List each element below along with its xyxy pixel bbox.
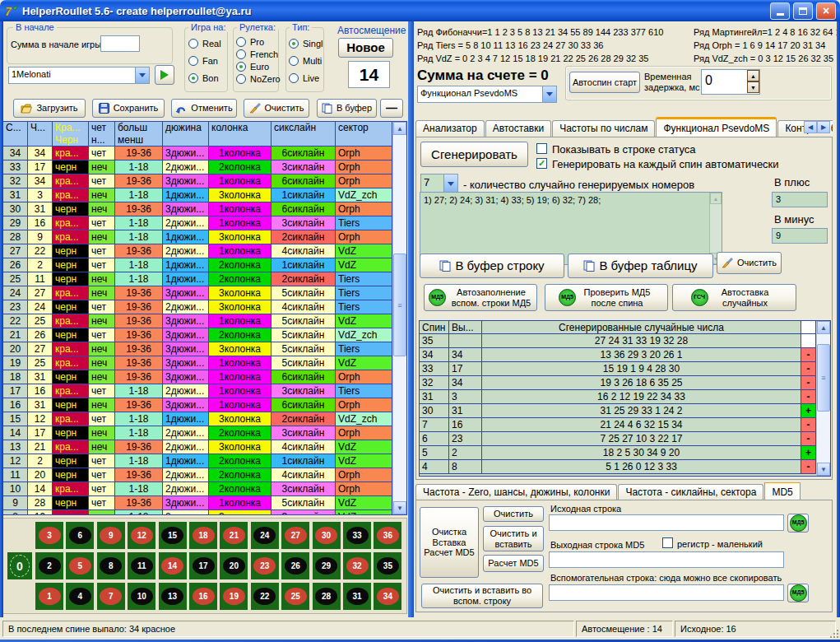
radio-option-Fan[interactable]: Fan [188, 56, 221, 66]
count-combo[interactable]: 7 [420, 174, 458, 193]
radio-icon[interactable] [289, 56, 299, 66]
undo-button[interactable]: Отменить [171, 99, 237, 118]
history-row[interactable]: 1512кра...чет1-181дюжи...3колонка2сиклай… [3, 412, 392, 426]
history-header-cell[interactable]: С... [3, 122, 28, 147]
profile-combo-dropdown[interactable] [135, 67, 149, 83]
gen-header-out[interactable]: Вы... [449, 321, 482, 334]
history-row[interactable]: 2225кра...неч19-363дюжи...1колонка5сикла… [3, 314, 392, 328]
delay-spinner[interactable]: 0 ▲ ▼ [701, 69, 760, 95]
history-header-cell[interactable]: Ч... [28, 122, 53, 147]
scroll-up-icon[interactable]: ▲ [393, 122, 406, 135]
radio-icon[interactable] [236, 74, 246, 84]
gen-row[interactable]: 303131 25 29 33 1 24 2+ [420, 404, 816, 418]
maximize-button[interactable] [793, 2, 813, 20]
autofill-md5-button[interactable]: МД5 Автозаполнение вспом. строки МД5 [424, 284, 537, 311]
tab-Частота - Zero, шансы, дюжины, колонки[interactable]: Частота - Zero, шансы, дюжины, колонки [415, 484, 617, 500]
md5-calc-button[interactable]: Расчет MD5 [483, 555, 544, 572]
radio-option-Pro[interactable]: Pro [236, 37, 281, 47]
gen-row[interactable]: 6237 25 27 10 3 22 17- [420, 432, 816, 446]
load-button[interactable]: Загрузить [13, 99, 86, 118]
md5-register-checkbox[interactable] [662, 537, 673, 548]
roulette-number-cell[interactable]: 7 [97, 583, 125, 610]
md5-big-button[interactable]: Очистка Вставка Расчет MD5 [420, 507, 479, 578]
history-header-cell[interactable]: дюжина [163, 122, 209, 147]
tab-Частоты по числам[interactable]: Частоты по числам [552, 120, 655, 137]
roulette-number-cell[interactable]: 8 [97, 552, 125, 579]
scroll-down-icon[interactable]: ▼ [393, 501, 406, 514]
md5-clear-button[interactable]: Очистить [483, 506, 544, 522]
radio-icon[interactable] [236, 49, 246, 59]
history-row[interactable]: 2027кра...неч19-363дюжи...3колонка5сикла… [3, 342, 392, 356]
history-header-cell[interactable]: колонка [209, 122, 271, 147]
roulette-number-cell[interactable]: 15 [159, 522, 187, 549]
radio-option-Live[interactable]: Live [289, 73, 323, 83]
resize-grip[interactable] [828, 628, 838, 638]
radio-option-NoZero[interactable]: NoZero [236, 74, 281, 84]
gen-row[interactable]: 331715 19 1 9 4 28 30- [420, 362, 816, 376]
roulette-number-cell[interactable]: 34 [374, 583, 401, 610]
roulette-zero-cell[interactable]: 0 [7, 552, 32, 579]
roulette-number-cell[interactable]: 19 [220, 583, 248, 610]
check-md5-button[interactable]: МД5 Проверить МД5 после спина [545, 284, 668, 311]
roulette-number-cell[interactable]: 33 [343, 522, 371, 549]
tab-Анализатор[interactable]: Анализатор [415, 120, 485, 137]
md5-aux-input[interactable] [549, 584, 784, 601]
minimize-button[interactable] [770, 2, 790, 20]
scroll-up-icon[interactable]: ▲ [710, 193, 722, 204]
history-row[interactable]: 2324чернчет19-362дюжи...3колонка4сиклайн… [3, 300, 392, 314]
profile-combo[interactable]: 1Melonati [8, 67, 150, 84]
history-row[interactable]: 1014кра...чет1-182дюжи...2колонка3сиклай… [3, 482, 392, 496]
radio-icon[interactable] [289, 73, 299, 83]
md5-clear-paste-aux-button[interactable]: Очистить и вставить во вспом. строку [421, 584, 543, 608]
mode-combo[interactable]: Функционал PsevdoMS [417, 86, 557, 103]
md5-aux-run-button[interactable]: МД5 [787, 584, 809, 602]
autobet-random-button[interactable]: ГСЧ Автоставка случайных [672, 284, 796, 311]
tab-Частота - сиклайны, сектора[interactable]: Частота - сиклайны, сектора [618, 484, 763, 500]
tab-Автоставки[interactable]: Автоставки [485, 120, 552, 137]
clear-button[interactable]: Очистить [244, 99, 309, 118]
history-row[interactable]: 3317черннеч1-182дюжи...2колонка3сиклайнO… [3, 160, 392, 174]
history-row[interactable]: 1925кра...неч19-363дюжи...1колонка5сикла… [3, 356, 392, 370]
history-row[interactable]: 3234кра...чет19-363дюжи...1колонка6сикла… [3, 174, 392, 188]
collapse-button[interactable]: — [380, 99, 403, 118]
gen-header-spin[interactable]: Спин [420, 321, 449, 334]
copy-row-button[interactable]: В буфер строку [420, 254, 564, 278]
scroll-down-icon[interactable]: ▼ [817, 463, 830, 476]
tab-MD5[interactable]: MD5 [764, 482, 800, 500]
radio-option-Real[interactable]: Real [188, 39, 221, 49]
roulette-number-cell[interactable]: 26 [281, 552, 309, 579]
close-button[interactable]: × [816, 2, 836, 20]
md5-run-button[interactable]: МД5 [787, 514, 809, 533]
copy-table-button[interactable]: В буфер таблицу [568, 254, 713, 278]
roulette-number-cell[interactable]: 32 [343, 552, 371, 579]
history-header-cell[interactable]: сектор [336, 122, 392, 147]
autoshift-new-button[interactable]: Новое [338, 38, 393, 58]
md5-out-input[interactable] [549, 551, 784, 568]
roulette-number-cell[interactable]: 36 [374, 522, 401, 549]
roulette-number-cell[interactable]: 12 [128, 522, 155, 549]
roulette-number-cell[interactable]: 1 [35, 583, 63, 610]
save-button[interactable]: Сохранить [92, 99, 165, 118]
gen-row[interactable]: 71621 24 4 6 32 15 34- [420, 418, 816, 432]
history-scrollbar[interactable]: ▲▼≡ [392, 122, 406, 514]
history-row[interactable]: 2511черннеч1-181дюжи...2колонка2сиклайнT… [3, 272, 392, 286]
roulette-number-cell[interactable]: 3 [35, 522, 63, 549]
roulette-number-cell[interactable]: 11 [128, 552, 155, 579]
history-header-cell[interactable]: сикслайн [271, 122, 336, 147]
start-sum-input[interactable] [100, 35, 140, 52]
roulette-number-cell[interactable]: 24 [251, 522, 279, 549]
roulette-number-cell[interactable]: 4 [66, 583, 94, 610]
history-row[interactable]: 122чернчет1-181дюжи...2колонка1сиклайнVd… [3, 454, 392, 468]
gen-row[interactable]: 485 1 26 0 12 3 33- [420, 460, 816, 474]
roulette-number-cell[interactable]: 21 [220, 522, 248, 549]
md5-source-input[interactable] [549, 514, 784, 531]
history-header-cell[interactable]: большменш [115, 122, 163, 147]
mode-combo-dropdown[interactable] [542, 86, 556, 102]
roulette-number-cell[interactable]: 20 [220, 552, 248, 579]
clear-generated-button[interactable]: Очистить [717, 252, 782, 274]
roulette-number-cell[interactable]: 5 [66, 552, 94, 579]
roulette-number-cell[interactable]: 16 [189, 583, 217, 610]
scrollbar-thumb[interactable]: ≡ [817, 344, 830, 412]
history-row[interactable]: 3031черннеч19-363дюжи...1колонка6сиклайн… [3, 202, 392, 216]
history-row[interactable]: 928чернчет19-363дюжи...1колонка5сиклайнV… [3, 496, 392, 510]
